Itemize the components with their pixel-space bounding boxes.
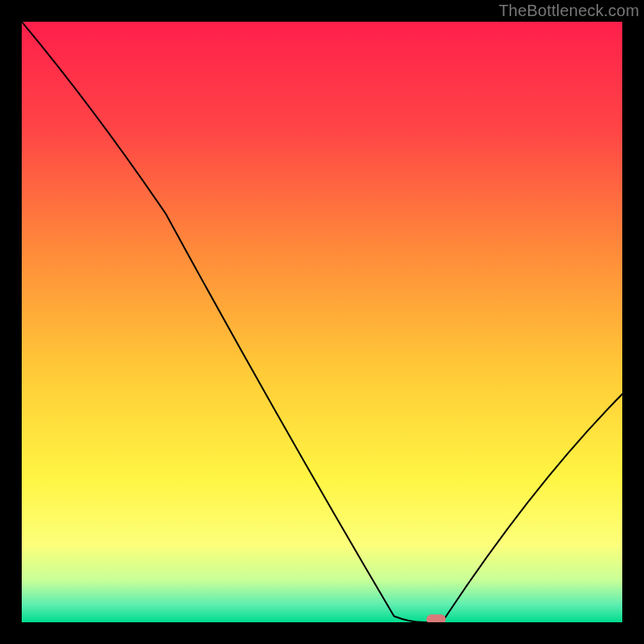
optimal-marker xyxy=(427,614,446,622)
watermark-text: TheBottleneck.com xyxy=(498,2,639,20)
gradient-background xyxy=(22,22,622,622)
chart-canvas: TheBottleneck.com xyxy=(0,0,644,644)
plot-area xyxy=(22,22,622,622)
chart-svg xyxy=(22,22,622,622)
